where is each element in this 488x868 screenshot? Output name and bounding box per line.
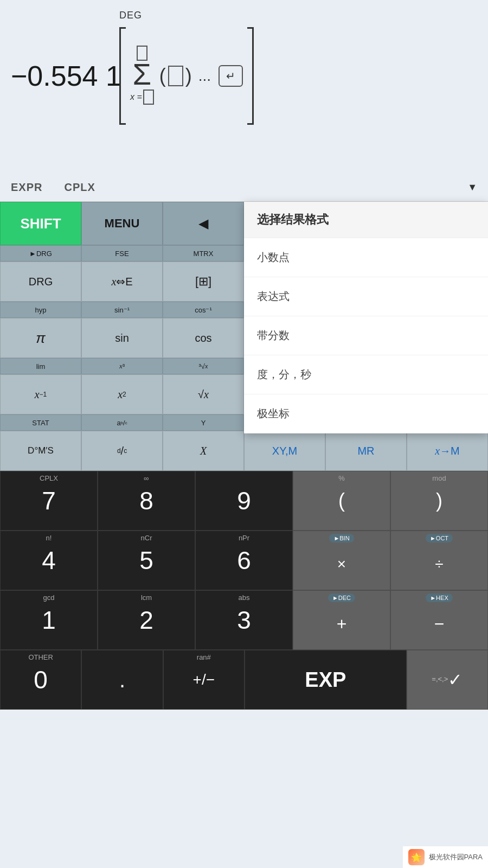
bottom-row: OTHER 0 . ran# +/− EXP =,<,> ✓ (0, 650, 488, 710)
other-sublabel: OTHER (1, 653, 81, 661)
stat-sublabel: STAT (0, 414, 81, 431)
dec-sublabel: ►DEC (293, 593, 390, 602)
num-9-button[interactable]: 9 (195, 471, 293, 531)
lim-sublabel: lim (0, 358, 81, 374)
cbrt-sublabel: ³√x (163, 358, 244, 374)
drg-sublabel: ►DRG (0, 245, 81, 261)
dropdown-item-polar[interactable]: 极坐标 (244, 394, 488, 433)
dropdown-item-mixed[interactable]: 带分数 (244, 316, 488, 355)
sqrt-button[interactable]: √x (163, 374, 244, 414)
num-8-button[interactable]: ∞ 8 (98, 471, 195, 531)
num-2-button[interactable]: lcm 2 (98, 590, 195, 650)
open-paren-button[interactable]: % ( (293, 471, 390, 531)
pi-button[interactable]: π (0, 318, 81, 358)
x-button[interactable]: X (163, 431, 244, 471)
xinv-button[interactable]: x−1 (0, 374, 81, 414)
hyp-sublabel: hyp (0, 302, 81, 318)
mtrx-sublabel: MTRX (163, 245, 244, 261)
exp-button[interactable]: EXP (245, 650, 407, 710)
sigma-lower-input[interactable] (143, 90, 154, 105)
y-sublabel: Y (163, 414, 244, 431)
num-row-2: n! 4 nCr 5 nPr 6 ►BIN × ►OCT ÷ (0, 531, 488, 590)
num-7-button[interactable]: CPLX 7 (0, 471, 98, 531)
nfact-sublabel: n! (1, 534, 97, 542)
paren-input[interactable] (168, 66, 183, 86)
matrix-button[interactable]: [⊞] (163, 261, 244, 302)
xe-button[interactable]: x⇔E (81, 261, 163, 302)
num-6-button[interactable]: nPr 6 (195, 531, 293, 590)
sigma-symbol: Σ x = (130, 47, 154, 105)
x3-sublabel: x³ (81, 358, 163, 374)
formula-container: Σ x = ( ) ... ↵ (119, 27, 477, 125)
xm-button[interactable]: x→M (407, 431, 488, 471)
lcm-sublabel: lcm (98, 593, 195, 602)
mode-bar: EXPR CPLX ▼ (0, 174, 488, 202)
display-area: DEG −0.554 1 Σ x = ( ) (0, 0, 488, 174)
hex-sublabel: ►HEX (391, 593, 487, 602)
num-row-1: CPLX 7 ∞ 8 9 % ( mod ) (0, 471, 488, 531)
menu-button[interactable]: MENU (81, 202, 163, 245)
watermark: 🌟 极光软件园PARA (403, 846, 488, 868)
dropdown-item-dms[interactable]: 度，分，秒 (244, 355, 488, 394)
oct-sublabel: ►OCT (391, 534, 487, 542)
bin-sublabel: ►BIN (293, 534, 390, 542)
plus-button[interactable]: ►DEC + (293, 590, 390, 650)
mr-button[interactable]: MR (325, 431, 407, 471)
abc-sublabel: a b/c (81, 414, 163, 431)
dc-button[interactable]: d/c (81, 431, 163, 471)
ncr-sublabel: nCr (98, 534, 195, 542)
ran-sublabel: ran# (164, 653, 244, 661)
sigma-lower: x = (130, 90, 154, 105)
num-0-button[interactable]: OTHER 0 (0, 650, 81, 710)
dms-button[interactable]: D°M′S (0, 431, 81, 471)
cos-button[interactable]: cos (163, 318, 244, 358)
watermark-icon: 🌟 (408, 849, 425, 865)
num-5-button[interactable]: nCr 5 (98, 531, 195, 590)
mode-bar-left: EXPR CPLX (11, 181, 95, 194)
num-3-button[interactable]: abs 3 (195, 590, 293, 650)
percent-sublabel: % (293, 474, 390, 482)
plusminus-button[interactable]: ran# +/− (163, 650, 245, 710)
cplx-sublabel: CPLX (1, 474, 97, 482)
abs-sublabel: abs (196, 593, 292, 602)
dropdown-menu[interactable]: 选择结果格式 小数点 表达式 带分数 度，分，秒 极坐标 (244, 202, 488, 433)
drg-button[interactable]: DRG (0, 261, 81, 302)
mode-dropdown-arrow[interactable]: ▼ (467, 182, 477, 193)
minus-button[interactable]: ►HEX − (390, 590, 488, 650)
deg-label: DEG (119, 10, 142, 21)
gcd-sublabel: gcd (1, 593, 97, 602)
dot-button[interactable]: . (81, 650, 163, 710)
num-4-button[interactable]: n! 4 (0, 531, 98, 590)
num-1-button[interactable]: gcd 1 (0, 590, 98, 650)
mod-sublabel: mod (391, 474, 487, 482)
num-row-3: gcd 1 lcm 2 abs 3 ►DEC + ►HEX − (0, 590, 488, 650)
fse-sublabel: FSE (81, 245, 163, 261)
npr-sublabel: nPr (196, 534, 292, 542)
close-paren-button[interactable]: mod ) (390, 471, 488, 531)
shift-button[interactable]: SHIFT (0, 202, 81, 245)
x2-button[interactable]: x2 (81, 374, 163, 414)
sin-button[interactable]: sin (81, 318, 163, 358)
inf-sublabel: ∞ (98, 474, 195, 482)
dropdown-item-decimal[interactable]: 小数点 (244, 238, 488, 277)
enter-display-button[interactable]: ↵ (219, 65, 243, 87)
check-button[interactable]: =,<,> ✓ (407, 650, 488, 710)
result-value: −0.554 1 (11, 60, 121, 92)
dropdown-title: 选择结果格式 (244, 202, 488, 238)
sigma-glyph: Σ (133, 59, 152, 90)
cplx-mode-label[interactable]: CPLX (64, 181, 95, 194)
paren-expression: ( ) (159, 65, 192, 87)
back-button[interactable]: ◀ (163, 202, 244, 245)
func-row-4: D°M′S d/c X XY,M MR x→M (0, 431, 488, 471)
xym-button[interactable]: XY,M (244, 431, 325, 471)
watermark-text: 极光软件园PARA (429, 852, 483, 862)
cos-inv-sublabel: cos⁻¹ (163, 302, 244, 318)
ellipsis: ... (198, 67, 211, 85)
multiply-button[interactable]: ►BIN × (293, 531, 390, 590)
divide-button[interactable]: ►OCT ÷ (390, 531, 488, 590)
dropdown-item-expr[interactable]: 表达式 (244, 277, 488, 316)
sin-inv-sublabel: sin⁻¹ (81, 302, 163, 318)
expr-mode-label[interactable]: EXPR (11, 181, 42, 194)
